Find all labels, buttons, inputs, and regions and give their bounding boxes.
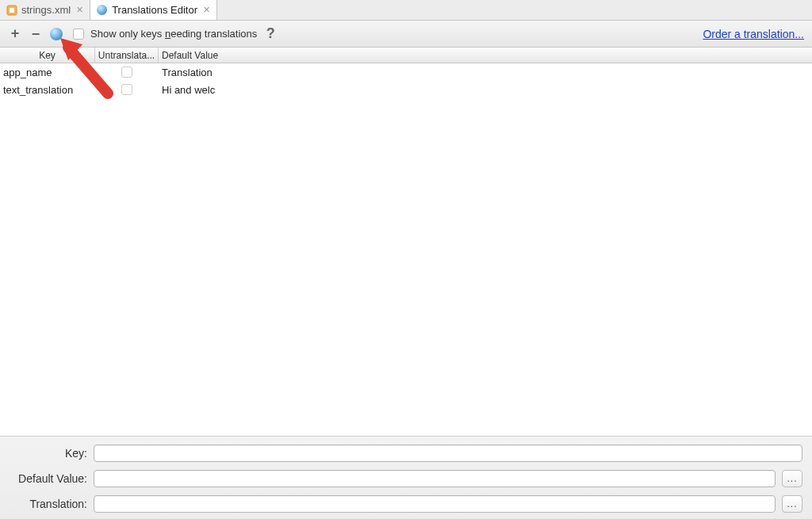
cell-key: text_translation <box>0 84 95 96</box>
close-icon[interactable]: ✕ <box>203 5 210 15</box>
detail-default-value-row: Default Value: ... <box>10 470 802 487</box>
detail-key-row: Key: <box>10 445 802 462</box>
untranslatable-checkbox[interactable] <box>121 67 132 78</box>
tab-strings-xml[interactable]: strings.xml ✕ <box>0 0 90 20</box>
tab-label: Translations Editor <box>112 4 197 16</box>
show-only-label: Show only keys needing translations <box>90 28 257 40</box>
table-body: app_name Translation text_translation Hi… <box>0 63 812 436</box>
detail-default-value-label: Default Value: <box>10 472 87 485</box>
column-header-default-value[interactable]: Default Value <box>159 48 230 63</box>
globe-icon <box>50 28 63 40</box>
table-row[interactable]: app_name Translation <box>0 63 812 81</box>
tab-label: strings.xml <box>21 4 71 16</box>
toolbar: + − Show only keys needing translations … <box>0 21 812 48</box>
cell-key: app_name <box>0 67 95 78</box>
tab-bar-empty <box>217 0 812 20</box>
tab-translations-editor[interactable]: Translations Editor ✕ <box>90 0 217 20</box>
tab-bar: strings.xml ✕ Translations Editor ✕ <box>0 0 812 21</box>
detail-key-input[interactable] <box>94 445 802 462</box>
svg-rect-1 <box>10 8 14 13</box>
cell-default-value: Translation <box>159 67 230 78</box>
table-header: Key Untranslata... Default Value <box>0 48 812 63</box>
xml-file-icon <box>6 5 17 16</box>
cell-untranslatable <box>95 67 159 78</box>
globe-icon <box>97 5 108 16</box>
detail-default-value-more-button[interactable]: ... <box>782 470 802 487</box>
column-header-untranslatable[interactable]: Untranslata... <box>95 48 159 63</box>
detail-key-label: Key: <box>10 447 87 460</box>
table-row[interactable]: text_translation Hi and welc <box>0 81 812 98</box>
translations-table: Key Untranslata... Default Value app_nam… <box>0 48 812 436</box>
show-only-needing-checkbox[interactable] <box>73 29 84 40</box>
detail-panel: Key: Default Value: ... Translation: ... <box>0 436 812 519</box>
cell-default-value: Hi and welc <box>159 84 230 96</box>
detail-translation-label: Translation: <box>10 498 87 510</box>
detail-default-value-input[interactable] <box>94 470 776 487</box>
remove-key-button[interactable]: − <box>29 27 43 41</box>
help-icon[interactable]: ? <box>263 27 278 41</box>
detail-translation-input[interactable] <box>94 495 776 513</box>
add-key-button[interactable]: + <box>8 27 22 41</box>
order-translation-link[interactable]: Order a translation... <box>703 28 804 40</box>
detail-translation-more-button[interactable]: ... <box>782 495 802 513</box>
detail-translation-row: Translation: ... <box>10 495 802 513</box>
untranslatable-checkbox[interactable] <box>121 84 132 95</box>
column-header-key[interactable]: Key <box>0 48 95 63</box>
close-icon[interactable]: ✕ <box>76 5 83 15</box>
cell-untranslatable <box>95 84 159 95</box>
add-locale-button[interactable] <box>49 27 63 41</box>
